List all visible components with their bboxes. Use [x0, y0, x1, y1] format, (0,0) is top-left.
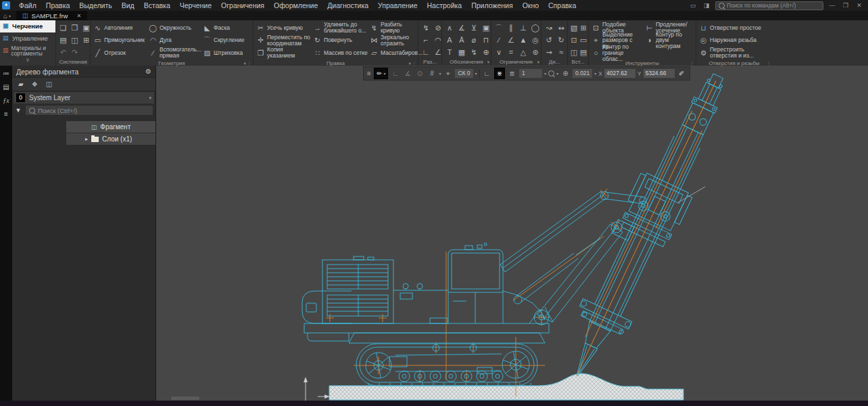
- insert-fragment-icon[interactable]: ◫: [571, 48, 577, 57]
- insert-table-icon[interactable]: ▤: [580, 48, 587, 57]
- simple-hole-button[interactable]: ⊔Отверстие простое: [698, 25, 769, 31]
- tree-layers-row[interactable]: ▸ Слои (x1): [12, 133, 155, 145]
- angular-dimension-icon[interactable]: ∟: [423, 48, 430, 56]
- group-footer[interactable]: Ограничения▾: [491, 58, 541, 66]
- auto-dimension-icon[interactable]: ↯: [423, 24, 429, 32]
- ribbon-tab-drafting[interactable]: ▣ Черчение: [0, 20, 55, 32]
- current-layer-value[interactable]: 1: [519, 69, 542, 78]
- chevron-down-icon[interactable]: ▾: [556, 71, 558, 76]
- menu-window[interactable]: Окно: [518, 0, 544, 11]
- menu-help[interactable]: Справка: [544, 0, 581, 11]
- chevron-down-icon[interactable]: ▾: [544, 71, 546, 76]
- split-curve-button[interactable]: ↯Разбить кривую: [368, 22, 416, 34]
- fix-triangle-icon[interactable]: △: [521, 48, 526, 57]
- grid-array-button[interactable]: ∷Массив по сетке: [312, 50, 368, 56]
- home-icon[interactable]: ⌂: [0, 12, 9, 20]
- tree-panel-icon[interactable]: ≔: [3, 70, 9, 77]
- group-caret-icon[interactable]: ▾: [487, 60, 489, 64]
- layers-panel-icon[interactable]: ≡: [4, 110, 8, 118]
- mirror-button[interactable]: ⋈Зеркально отразить: [368, 35, 416, 47]
- gear-icon[interactable]: ⚙: [145, 68, 151, 75]
- autoline-button[interactable]: ∿Автолиния: [92, 25, 147, 31]
- group-footer[interactable]: Правка▾ ⋮: [254, 60, 418, 67]
- print-preview-icon[interactable]: ◫: [71, 36, 78, 45]
- group-footer[interactable]: Инструменты⋮: [589, 60, 696, 67]
- menu-layout[interactable]: Оформление: [269, 0, 322, 11]
- group-footer[interactable]: Ди...: [541, 58, 567, 66]
- drawing-canvas[interactable]: ≡ ✏▾ ∟ ∡ ⊙ # ▾ ⌖ СК 0 ▾ ∟ ⋇ ≣ 1 ▾ ▾ ⊕ 0.…: [155, 66, 868, 401]
- menu-select[interactable]: Выделить: [74, 0, 116, 11]
- leader-icon[interactable]: A: [447, 36, 452, 44]
- rebuild-holes-button[interactable]: ⚙Перестроить отверстия и из...: [698, 47, 769, 59]
- insert-image-icon[interactable]: ▧: [571, 24, 577, 32]
- text-icon[interactable]: T: [448, 48, 452, 56]
- table-icon[interactable]: ▦: [458, 48, 465, 57]
- coordinate-system-value[interactable]: СК 0: [455, 69, 473, 78]
- insert-object-icon[interactable]: ⊞: [580, 24, 586, 32]
- current-layer-dropdown[interactable]: 0 System Layer ▾: [14, 92, 154, 104]
- group-caret-icon[interactable]: ▾: [408, 61, 410, 66]
- group-footer[interactable]: Раз...: [418, 58, 441, 66]
- menu-applications[interactable]: Приложения: [466, 0, 517, 11]
- rectangle-button[interactable]: ▭Прямоугольник: [92, 37, 147, 43]
- circle-button[interactable]: ◯Окружность: [147, 25, 201, 31]
- group-pin-icon[interactable]: ⋮: [690, 61, 695, 66]
- parameters-panel-icon[interactable]: ▤: [3, 83, 9, 91]
- toolbar-grip-icon[interactable]: ≡: [366, 70, 372, 77]
- x-coordinate-field[interactable]: 4027.62: [604, 69, 635, 78]
- trim-curve-button[interactable]: ✂Усечь кривую: [255, 25, 312, 31]
- ribbon-tabs-chevron-icon[interactable]: ∨: [0, 57, 55, 65]
- zoom-scale-value[interactable]: 0.021: [573, 69, 592, 78]
- chamfer-button[interactable]: ◣Фаска: [201, 25, 251, 31]
- minimize-button[interactable]: —: [827, 2, 837, 9]
- tangent-icon[interactable]: ◯: [531, 24, 539, 32]
- zoom-tool-icon[interactable]: [548, 70, 554, 76]
- print-icon[interactable]: ▤: [59, 36, 66, 45]
- curvature-icon[interactable]: ↝: [546, 24, 552, 32]
- menu-management[interactable]: Управление: [373, 0, 422, 11]
- point-snap-icon[interactable]: ⊙: [414, 70, 425, 77]
- restore-button[interactable]: ❐: [841, 2, 850, 9]
- extend-button[interactable]: →Удлинить до ближайшего о...: [312, 22, 368, 34]
- group-caret-icon[interactable]: ▾: [243, 61, 245, 66]
- snap-settings-icon[interactable]: ∟: [390, 70, 400, 77]
- ortho-mode-icon[interactable]: ∟: [482, 70, 492, 77]
- datum-label-icon[interactable]: Ā: [459, 36, 464, 44]
- home-caret-icon[interactable]: ▾: [9, 14, 16, 18]
- chevron-down-icon[interactable]: ▾: [475, 71, 477, 76]
- vertical-constraint-icon[interactable]: ∨: [496, 48, 502, 57]
- parallel-icon[interactable]: ∥: [509, 24, 513, 32]
- close-tab-icon[interactable]: ✕: [76, 13, 81, 19]
- diameter-dimension-icon[interactable]: ⊘: [435, 24, 441, 32]
- layers-icon[interactable]: ≣: [507, 70, 517, 77]
- section-line-icon[interactable]: ⊻: [471, 24, 477, 32]
- export-icon[interactable]: ⊞: [83, 36, 89, 45]
- align-icon[interactable]: ∕: [498, 36, 500, 44]
- style-button[interactable]: ✏▾: [374, 68, 388, 79]
- measure-icon[interactable]: ↭: [558, 24, 564, 32]
- parametric-mode-button[interactable]: ⋇: [494, 68, 505, 79]
- command-search-input[interactable]: Поиск по командам (Alt+/): [715, 1, 823, 10]
- ribbon-tab-materials[interactable]: ▥ Материалы и сортаменты: [0, 45, 55, 57]
- center-mark-icon[interactable]: ⊕: [483, 48, 489, 57]
- image-view-icon[interactable]: ◫: [46, 81, 52, 88]
- tree-root-row[interactable]: ◫ Фрагмент: [12, 121, 155, 133]
- objects-icon[interactable]: ❖: [32, 81, 38, 88]
- diameter-mark-icon[interactable]: ⌀: [472, 36, 477, 45]
- new-document-icon[interactable]: ❏: [60, 24, 67, 32]
- menu-drafting[interactable]: Черчение: [175, 0, 216, 11]
- group-pin-icon[interactable]: ⋮: [85, 58, 89, 66]
- document-tab[interactable]: ◫ SAMPLE.frw ✕: [16, 11, 87, 20]
- open-folder-icon[interactable]: ❒: [72, 24, 78, 32]
- smoothness-icon[interactable]: ≈: [559, 48, 563, 56]
- refresh-icon[interactable]: ↺: [546, 36, 552, 45]
- menu-view[interactable]: Вид: [117, 0, 139, 11]
- close-button[interactable]: ✕: [854, 2, 864, 9]
- external-thread-button[interactable]: ◎Наружная резьба: [698, 37, 769, 43]
- roughness-icon[interactable]: ∧: [447, 24, 452, 32]
- screen-layout-icon[interactable]: ▭: [688, 2, 698, 9]
- perpendicular-icon[interactable]: ⊥: [520, 24, 527, 32]
- rebuild-icon[interactable]: ↻: [558, 36, 564, 45]
- fillet-button[interactable]: ⌒Скругление: [201, 37, 251, 43]
- chevron-down-icon[interactable]: ▾: [439, 71, 441, 76]
